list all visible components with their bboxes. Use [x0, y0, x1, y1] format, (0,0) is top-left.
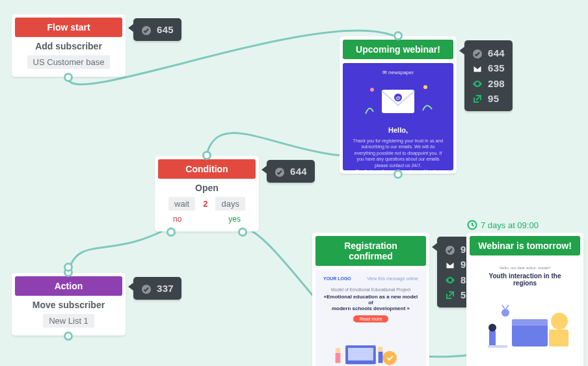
- svg-rect-20: [549, 330, 568, 346]
- node-flow-start[interactable]: Flow start Add subscriber US Customer ba…: [12, 14, 126, 77]
- stats-arrow: [459, 47, 464, 55]
- svg-rect-19: [512, 319, 548, 326]
- action-list-chip: New List 1: [43, 314, 94, 328]
- schedule-text: 7 days at 09:00: [481, 220, 539, 230]
- external-link-icon: [445, 289, 455, 300]
- check-icon: [141, 283, 152, 294]
- svg-rect-12: [336, 353, 341, 363]
- condition-stat-value: 644: [290, 164, 307, 179]
- flow-start-body-title: Add subscriber: [18, 41, 119, 51]
- node-condition[interactable]: Condition Open wait 2 days no yes: [155, 156, 259, 231]
- svg-rect-24: [488, 345, 507, 348]
- flow-start-segment-chip: US Customer base: [27, 55, 111, 69]
- stats-arrow: [128, 24, 133, 32]
- port-out[interactable]: [64, 332, 73, 341]
- external-link-icon: [472, 93, 483, 103]
- port-floating[interactable]: [64, 263, 73, 272]
- webinar-tomorrow-thumb: Hello, our dear editor, reader! Youth in…: [470, 259, 580, 366]
- condition-header: Condition: [158, 159, 256, 179]
- condition-wait-label: wait: [168, 197, 195, 211]
- svg-point-15: [378, 346, 383, 352]
- port-in[interactable]: [394, 31, 403, 40]
- stats-arrow: [261, 166, 267, 174]
- condition-stats: 644: [267, 160, 315, 183]
- node-upcoming-webinar[interactable]: Upcoming webinar! ✉ newspaper @ Hello, T…: [340, 36, 457, 174]
- stat-delivered: 644: [488, 46, 505, 60]
- check-icon: [141, 25, 152, 35]
- condition-days-label: days: [215, 197, 245, 211]
- stat-inbox: 635: [488, 60, 505, 75]
- svg-rect-10: [348, 348, 373, 360]
- node-action[interactable]: Action Move subscriber New List 1: [12, 273, 126, 335]
- svg-point-13: [336, 348, 341, 353]
- registration-header: Registration confirmed: [315, 236, 426, 266]
- inbox-icon: [445, 259, 455, 270]
- svg-point-25: [501, 309, 509, 317]
- svg-point-4: [370, 88, 374, 92]
- node-webinar-tomorrow[interactable]: Webinar is tomorrow! Hello, our dear edi…: [466, 233, 583, 366]
- flow-start-stat-value: 645: [157, 22, 174, 37]
- condition-wait-value: 2: [199, 197, 211, 211]
- stat-clicks: 95: [488, 91, 499, 106]
- check-icon: [274, 166, 285, 177]
- clock-icon: [467, 220, 477, 230]
- condition-wait-row: wait 2 days: [161, 197, 252, 211]
- check-icon: [472, 48, 483, 59]
- eye-icon: [472, 78, 483, 88]
- svg-text:@: @: [395, 95, 401, 101]
- svg-point-21: [551, 313, 568, 330]
- upcoming-webinar-stats: 644 635 298 95: [464, 40, 513, 111]
- check-icon: [445, 244, 455, 255]
- svg-point-11: [382, 351, 396, 365]
- port-out-yes[interactable]: [238, 228, 247, 237]
- condition-body-title: Open: [161, 183, 252, 193]
- stats-arrow: [128, 283, 133, 291]
- svg-rect-14: [379, 352, 383, 363]
- action-body-title: Move subscriber: [18, 300, 119, 310]
- action-stats: 337: [133, 277, 181, 300]
- upcoming-webinar-thumb: ✉ newspaper @ Hello, Thank you for regis…: [343, 63, 453, 170]
- upcoming-webinar-header: Upcoming webinar!: [343, 40, 453, 59]
- action-header: Action: [15, 276, 122, 296]
- eye-icon: [445, 274, 455, 285]
- inbox-icon: [472, 63, 483, 73]
- port-out[interactable]: [394, 170, 403, 179]
- svg-point-5: [423, 85, 427, 89]
- flow-start-stats: 645: [133, 18, 181, 41]
- svg-point-23: [488, 324, 496, 332]
- webinar-tomorrow-schedule: 7 days at 09:00: [467, 220, 539, 230]
- svg-rect-22: [489, 331, 496, 346]
- flow-start-header: Flow start: [15, 18, 122, 37]
- stats-arrow: [432, 243, 437, 251]
- webinar-tomorrow-header: Webinar is tomorrow!: [470, 236, 580, 255]
- svg-rect-18: [512, 324, 548, 346]
- condition-no-label: no: [173, 215, 181, 224]
- port-in[interactable]: [202, 151, 211, 160]
- node-registration-confirmed[interactable]: Registration confirmed YOUR LOGO View th…: [312, 233, 429, 366]
- action-stat-value: 337: [157, 281, 174, 296]
- registration-thumb: YOUR LOGO View this message online Model…: [315, 270, 426, 366]
- thumb-brand: YOUR LOGO: [323, 276, 351, 281]
- port-out-no[interactable]: [167, 228, 176, 237]
- condition-yes-label: yes: [228, 215, 241, 224]
- port-out[interactable]: [64, 73, 73, 82]
- stat-opens: 298: [488, 76, 505, 91]
